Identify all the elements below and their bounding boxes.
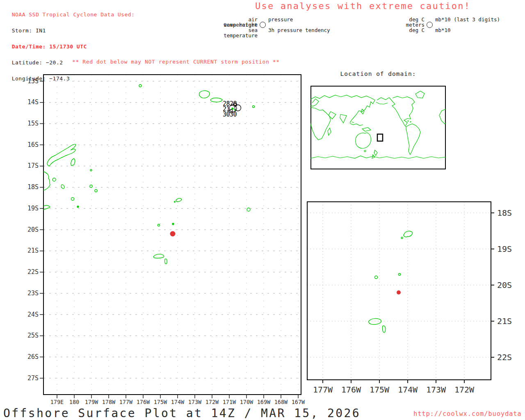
caution-headline: Use analyses with extreme caution! (255, 1, 470, 11)
storm-position-dot (170, 231, 176, 237)
coast-vavau (176, 199, 182, 202)
axis-label-lon: 171W (223, 399, 236, 405)
axis-label-lon: 180 (69, 399, 79, 405)
coast-tongatapu (369, 319, 381, 325)
coast-vavau (404, 231, 412, 237)
legend-pressure-tendency: 3h pressure tendency (268, 27, 330, 33)
axis-label-lon: 175W (154, 399, 167, 405)
axis-label-lat: 22S (27, 268, 39, 276)
axis-label-lat: 21S (27, 247, 39, 254)
axis-label-lon: 177W (313, 385, 333, 395)
legend-unit-mb10: mb*10 (435, 27, 500, 33)
axis-label-lat: 20S (27, 226, 39, 233)
zoom-inset-map: 177W176W175W174W173W172W18S19S20S21S22S (299, 198, 525, 403)
coast-koro (61, 184, 65, 189)
storm-position-warning: ** Red dot below may NOT represent CURRE… (72, 59, 280, 65)
legend-unit-mb10-last3: mb*10 (last 3 digits) (435, 17, 500, 22)
axis-label-lat: 14S (27, 98, 39, 106)
storm-position-dot-zoom (397, 290, 401, 294)
coast-manua (253, 106, 255, 108)
axis-label-lon: 172W (205, 399, 219, 405)
axis-label-lon: 173W (188, 399, 202, 405)
axis-label-lon: 177W (119, 399, 133, 405)
legend-sea-temperature: sea temperature (212, 27, 258, 33)
station-legend-labels: air temperature wave height sea temperat… (212, 17, 330, 33)
axis-label-lat: 24S (27, 311, 39, 318)
zoom-map-coastlines (369, 231, 412, 332)
axis-label-lat: 19S (497, 244, 512, 254)
axis-label-lon: 179E (50, 399, 64, 405)
source-url: http://coolwx.com/buoydata (413, 410, 521, 418)
coast-savaii (199, 91, 210, 98)
axis-label-lat: 27S (27, 374, 39, 382)
coast-tongatapu (153, 254, 164, 258)
axis-label-lon: 170W (240, 399, 253, 405)
axis-label-lat: 19S (27, 205, 39, 212)
zoom-map-axis-labels: 177W176W175W174W173W172W18S19S20S21S22S (313, 208, 512, 395)
axis-label-lat: 17S (27, 162, 39, 169)
axis-label-lat: 23S (27, 290, 39, 297)
axis-label-lat: 16S (27, 141, 39, 148)
axis-label-lon: 172W (454, 385, 475, 395)
coast-vanua-levu (47, 144, 76, 166)
coast-eua (165, 259, 167, 264)
axis-label-lon: 176W (341, 385, 361, 395)
main-surface-map: 2828 21 3030 179E180179W178W177W176W175W… (21, 71, 308, 413)
station-circle-icon (427, 22, 433, 28)
legend-pressure: pressure (268, 17, 330, 22)
axis-label-lon: 178W (102, 399, 116, 405)
axis-label-lon: 173W (426, 385, 446, 395)
info-latitude-line: Latitude: −20.2 (12, 59, 63, 66)
axis-label-lon: 175W (370, 385, 390, 395)
axis-label-lat: 25S (27, 332, 39, 339)
axis-label-lon: 176W (137, 399, 150, 405)
plot-title: Offshore Surface Plot at 14Z / MAR 15, 2… (3, 406, 361, 420)
coast-taveuni (71, 159, 75, 166)
axis-label-lon: 169W (257, 399, 271, 405)
coast-niuafoou (139, 84, 142, 87)
axis-label-lat: 21S (497, 316, 512, 326)
coast-eua (383, 326, 386, 332)
station-value-bottom: 3030 (223, 111, 237, 118)
axis-label-lat: 13S (27, 78, 39, 85)
coast-upolu (210, 98, 222, 102)
axis-label-lat: 15S (27, 120, 39, 127)
axis-label-lat: 18S (497, 208, 512, 218)
domain-inset-title: Location of domain: (310, 71, 446, 77)
axis-label-lat: 20S (497, 280, 512, 290)
info-source-line: NOAA SSD Tropical Cyclone Data Used: (12, 11, 135, 18)
axis-label-lon: 174W (171, 399, 185, 405)
axis-label-lon: 179W (85, 399, 98, 405)
info-datetime-line: Date/Time: 15/1730 UTC (12, 43, 87, 50)
info-storm-line: Storm: IN1 (12, 27, 46, 34)
coast-tutuila (232, 108, 233, 110)
axis-label-lat: 26S (27, 353, 39, 361)
axis-label-lon: 174W (398, 385, 418, 395)
domain-location-marker (377, 134, 383, 141)
offshore-surface-plot-page: { "colors": { "red_text": "#ff4d4d", "re… (0, 0, 525, 420)
station-circle-icon (260, 22, 266, 28)
legend-unit-degc-sea: deg C (393, 27, 425, 33)
axis-label-lon: 168W (274, 399, 288, 405)
axis-label-lat: 22S (497, 352, 512, 362)
world-coastlines (310, 91, 446, 158)
station-legend-units: deg C meters deg C mb*10 (last 3 digits)… (393, 17, 500, 33)
coast-niue (247, 208, 250, 211)
coast-ovalau (52, 178, 56, 181)
world-location-inset (310, 86, 446, 169)
axis-label-lat: 18S (27, 183, 39, 191)
